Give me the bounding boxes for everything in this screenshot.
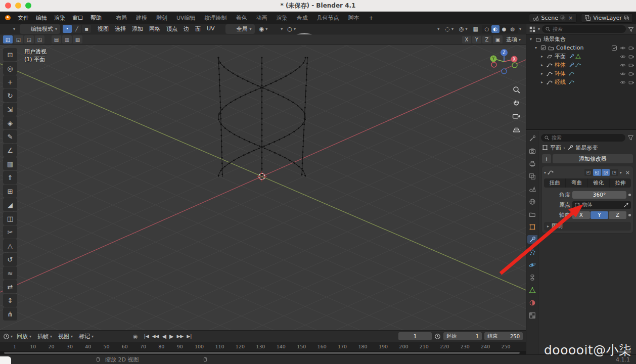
mode-selector[interactable]: 编辑模式 ▾ bbox=[20, 24, 60, 34]
tool-settings-icon[interactable]: ▧ bbox=[73, 35, 82, 43]
outliner-row-object[interactable]: ▸ 柱体 bbox=[537, 61, 636, 69]
shading-wireframe-button[interactable]: ○ bbox=[483, 25, 491, 33]
tool-button[interactable]: ≈ bbox=[3, 266, 17, 280]
properties-tab-output[interactable] bbox=[527, 159, 537, 168]
properties-tab-object-data[interactable] bbox=[527, 286, 537, 294]
gizmo-z-negative[interactable] bbox=[502, 69, 507, 74]
tool-button[interactable]: ✂ bbox=[3, 225, 17, 239]
workspace-tab[interactable]: UV编辑 bbox=[172, 13, 200, 23]
tool-button[interactable]: ◫ bbox=[3, 212, 17, 225]
properties-tab-physics[interactable] bbox=[527, 260, 537, 269]
outliner-editor-icon[interactable] bbox=[529, 26, 536, 33]
vertex-select-button[interactable]: • bbox=[63, 25, 72, 33]
tool-button[interactable]: + bbox=[3, 75, 17, 88]
workspace-tab[interactable]: 雕刻 bbox=[152, 13, 172, 23]
properties-tab-render[interactable] bbox=[527, 147, 537, 155]
app-menu[interactable]: 帮助 bbox=[87, 13, 105, 23]
select-mode-subtract-button[interactable]: ◲ bbox=[24, 35, 34, 43]
app-menu[interactable]: 编辑 bbox=[32, 13, 51, 23]
expand-icon[interactable]: ▸ bbox=[539, 80, 544, 84]
checkbox-icon[interactable] bbox=[611, 45, 617, 51]
workspace-tab[interactable]: 着色 bbox=[232, 13, 252, 23]
toggle-projection-icon[interactable] bbox=[512, 125, 521, 133]
mirror-axis-toggle[interactable]: Z bbox=[482, 36, 491, 43]
breadcrumb-modifier[interactable]: 简易形变 bbox=[575, 144, 598, 152]
viewport-3d[interactable]: Z Y X 用户透视 (1) 平面 ⊡◎+↻⇲◈✎∠▦⇑⊞◢◫✂△↺≈⇄↕⋔ bbox=[0, 45, 526, 330]
mirror-axis-toggle[interactable]: X bbox=[462, 36, 471, 43]
tool-button[interactable]: ↻ bbox=[3, 89, 17, 102]
previous-keyframe-button[interactable]: ◀◀ bbox=[152, 334, 159, 339]
gizmo-x-negative[interactable] bbox=[491, 62, 496, 67]
timeline-editor-icon[interactable] bbox=[3, 333, 10, 340]
timeline-ruler[interactable]: 1102030405060708090100110120130140150160… bbox=[0, 342, 526, 351]
jump-to-end-button[interactable]: ▶| bbox=[187, 334, 192, 339]
options-dropdown[interactable]: 选项▾ bbox=[504, 35, 523, 44]
deform-mode-tab[interactable]: 扭曲 bbox=[544, 178, 566, 188]
properties-tab-constraints[interactable] bbox=[527, 273, 537, 282]
expand-icon[interactable]: ▾ bbox=[528, 37, 533, 41]
tool-button[interactable]: ◈ bbox=[3, 116, 17, 129]
eyedropper-icon[interactable] bbox=[623, 202, 629, 208]
copy-scene-icon[interactable] bbox=[560, 15, 566, 21]
pivot-point-button[interactable]: ◉▾ bbox=[257, 25, 270, 33]
add-modifier-plus-icon[interactable]: + bbox=[542, 154, 551, 163]
viewport-menu[interactable]: 选择 bbox=[112, 24, 129, 34]
zoom-icon[interactable] bbox=[512, 85, 521, 94]
hide-eye-icon[interactable] bbox=[620, 54, 626, 60]
properties-tab-scene[interactable] bbox=[527, 185, 537, 193]
breadcrumb-object[interactable]: 平面 bbox=[550, 144, 561, 152]
collapse-icon[interactable]: ▾ bbox=[544, 170, 546, 175]
properties-tab-collection[interactable] bbox=[527, 210, 537, 218]
expand-icon[interactable]: ▸ bbox=[539, 71, 544, 76]
deform-mode-tab[interactable]: 弯曲 bbox=[566, 178, 587, 188]
viewport-menu[interactable]: 添加 bbox=[129, 24, 146, 34]
render-camera-icon[interactable] bbox=[628, 71, 634, 77]
tool-button[interactable]: ✎ bbox=[3, 130, 17, 143]
workspace-tab[interactable]: 建模 bbox=[131, 13, 152, 23]
workspace-tab[interactable]: 几何节点 bbox=[312, 13, 344, 23]
workspace-tab[interactable]: 脚本 bbox=[344, 13, 364, 23]
tool-button[interactable]: ↕ bbox=[3, 294, 17, 307]
scene-selector[interactable]: Scene × bbox=[529, 13, 577, 23]
extras-dropdown-icon[interactable]: ▾ bbox=[620, 170, 622, 175]
face-select-button[interactable]: ◼ bbox=[82, 25, 91, 33]
tool-settings-icon[interactable]: ▥ bbox=[62, 35, 72, 43]
tool-button[interactable]: △ bbox=[3, 239, 17, 252]
transform-orientation-selector[interactable]: 全局 ▾ bbox=[225, 24, 255, 34]
display-realtime-toggle[interactable]: ◲ bbox=[602, 169, 610, 176]
filter-icon[interactable] bbox=[627, 134, 634, 141]
snapping-options-icon[interactable]: ▣ bbox=[493, 35, 503, 43]
add-workspace-button[interactable]: + bbox=[365, 14, 378, 22]
axis-toggle[interactable]: Z bbox=[609, 211, 626, 219]
properties-tab-modifiers[interactable] bbox=[527, 235, 537, 244]
viewport-menu[interactable]: 顶点 bbox=[163, 24, 180, 34]
animate-dot-icon[interactable] bbox=[628, 214, 631, 216]
current-frame-field[interactable] bbox=[398, 332, 432, 340]
outliner-row-object[interactable]: ▸ 环体 bbox=[537, 69, 636, 78]
viewport-menu[interactable]: 面 bbox=[192, 24, 204, 34]
next-keyframe-button[interactable]: ▶▶ bbox=[176, 334, 184, 339]
shading-solid-button[interactable]: ◐ bbox=[491, 25, 499, 33]
timeline-menu[interactable]: 标记▾ bbox=[76, 332, 97, 341]
select-mode-set-button[interactable]: ◰ bbox=[3, 35, 13, 43]
outliner-row-scene-collection[interactable]: ▾ 场景集合 bbox=[526, 35, 636, 43]
pan-hand-icon[interactable] bbox=[512, 99, 521, 107]
play-reverse-button[interactable]: ◀ bbox=[162, 333, 166, 340]
copy-viewlayer-icon[interactable] bbox=[624, 15, 629, 21]
origin-object-field[interactable]: 物体 bbox=[572, 201, 631, 209]
auto-keying-icon[interactable]: ◉ bbox=[133, 333, 138, 340]
display-edit-mode-toggle[interactable]: ◱ bbox=[593, 169, 601, 176]
display-render-toggle[interactable]: ◳ bbox=[610, 169, 618, 176]
tool-button[interactable]: ⊡ bbox=[3, 48, 17, 61]
animate-dot-icon[interactable] bbox=[628, 194, 631, 196]
angle-value-field[interactable]: 360° bbox=[572, 191, 626, 199]
shading-rendered-button[interactable]: ◍ bbox=[509, 25, 517, 33]
overlays-dropdown[interactable]: ◎▾ bbox=[457, 25, 470, 33]
tool-button[interactable]: ↺ bbox=[3, 253, 17, 266]
filter-icon[interactable] bbox=[628, 26, 634, 32]
shading-material-button[interactable]: ● bbox=[500, 25, 508, 33]
properties-tab-particles[interactable] bbox=[527, 248, 537, 256]
axis-toggle[interactable]: Y bbox=[590, 211, 608, 219]
select-mode-extend-button[interactable]: ◱ bbox=[14, 35, 23, 43]
expand-icon[interactable]: ▸ bbox=[539, 63, 544, 67]
